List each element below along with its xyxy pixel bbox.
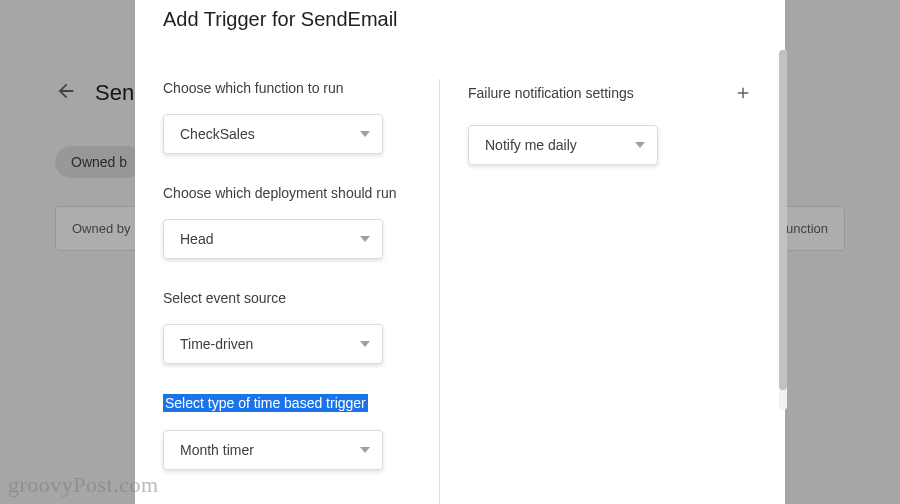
function-select[interactable]: CheckSales	[163, 114, 383, 154]
caret-down-icon	[635, 137, 645, 153]
deployment-select[interactable]: Head	[163, 219, 383, 259]
deployment-label: Choose which deployment should run	[163, 185, 396, 201]
watermark: groovyPost.com	[8, 472, 159, 498]
time-trigger-select-value: Month timer	[180, 442, 254, 458]
add-notification-button[interactable]	[729, 79, 757, 107]
caret-down-icon	[360, 126, 370, 142]
scrollbar-thumb[interactable]	[779, 50, 787, 390]
caret-down-icon	[360, 336, 370, 352]
deployment-select-value: Head	[180, 231, 213, 247]
event-source-select-value: Time-driven	[180, 336, 253, 352]
failure-notification-label: Failure notification settings	[468, 85, 634, 101]
add-trigger-dialog: Add Trigger for SendEmail Choose which f…	[135, 0, 785, 504]
function-select-value: CheckSales	[180, 126, 255, 142]
caret-down-icon	[360, 231, 370, 247]
time-trigger-label: Select type of time based trigger	[163, 394, 368, 412]
caret-down-icon	[360, 442, 370, 458]
time-trigger-select[interactable]: Month timer	[163, 430, 383, 470]
dialog-scrollbar[interactable]	[779, 50, 787, 410]
dialog-title: Add Trigger for SendEmail	[135, 0, 785, 31]
failure-notification-value: Notify me daily	[485, 137, 577, 153]
failure-notification-select[interactable]: Notify me daily	[468, 125, 658, 165]
event-source-select[interactable]: Time-driven	[163, 324, 383, 364]
event-source-label: Select event source	[163, 290, 286, 306]
function-label: Choose which function to run	[163, 80, 344, 96]
